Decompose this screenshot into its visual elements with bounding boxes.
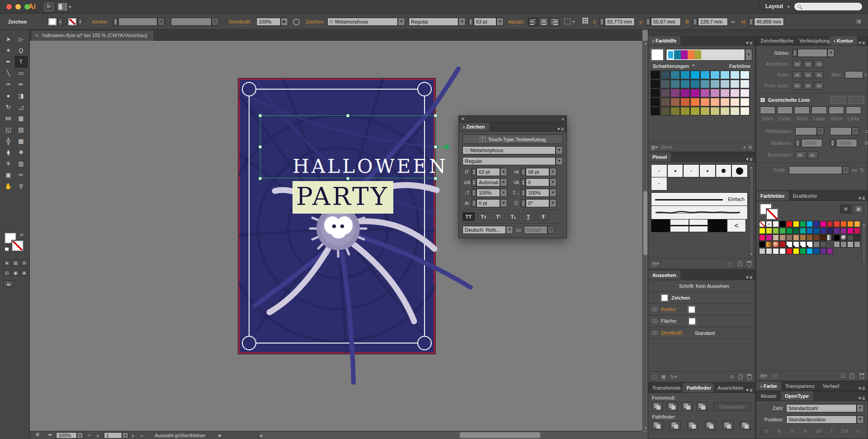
swatch[interactable]: [800, 228, 806, 234]
lasso-tool-icon[interactable]: Ϙ: [15, 45, 28, 56]
calligraphic-brush[interactable]: [683, 164, 699, 177]
swatch[interactable]: [766, 234, 772, 241]
scale1-stepper[interactable]: ▲▼: [795, 139, 800, 147]
color-variation-swatch[interactable]: [680, 89, 690, 97]
swatch[interactable]: [759, 228, 765, 234]
swatch[interactable]: [779, 241, 786, 248]
save-to-swatches-icon[interactable]: ⊞: [748, 144, 752, 150]
magic-wand-tool-icon[interactable]: ✶: [2, 45, 15, 56]
color-variation-swatch[interactable]: [670, 71, 680, 79]
color-variation-swatch[interactable]: [670, 80, 680, 88]
color-variation-swatch[interactable]: [710, 107, 720, 115]
swatch[interactable]: [800, 241, 806, 248]
swatch[interactable]: [840, 221, 847, 227]
default-fill-stroke-icon[interactable]: [5, 247, 9, 251]
leading-control[interactable]: ᴬA▲▼68 pt▼: [512, 168, 557, 176]
stroke-weight-field[interactable]: [118, 18, 157, 26]
color-variation-swatch[interactable]: [710, 71, 720, 79]
align-right-button[interactable]: [550, 18, 560, 26]
swatch[interactable]: [827, 228, 833, 234]
kerning-dd[interactable]: ▼: [500, 178, 507, 186]
pattern-brush[interactable]: [689, 220, 708, 232]
opentype-feature-button[interactable]: ad: [813, 427, 824, 435]
new-fill-icon[interactable]: ▣: [661, 374, 665, 380]
blend-tool-icon[interactable]: ❖: [15, 147, 28, 158]
text-outport-handle[interactable]: [444, 144, 449, 149]
weight-stepper[interactable]: ▲▼: [793, 49, 797, 57]
scale2-stepper[interactable]: ▲▼: [830, 139, 835, 147]
farbtoene-label[interactable]: Farbtöne: [729, 63, 750, 69]
tab-pathfinder[interactable]: Pathfinder: [683, 383, 713, 392]
eraser-tool-icon[interactable]: ◨: [15, 90, 28, 101]
draw-normal-button[interactable]: ▢: [4, 270, 10, 276]
profil-dd[interactable]: ▼: [842, 166, 849, 174]
color-variation-swatch[interactable]: [720, 89, 730, 97]
swatch[interactable]: [786, 234, 793, 241]
line-segment-tool-icon[interactable]: ╲: [2, 67, 15, 79]
selection-tool-icon[interactable]: ➤: [2, 33, 15, 45]
gradient-button[interactable]: ▨: [12, 260, 19, 266]
calligraphic-brush[interactable]: [667, 164, 684, 177]
base-color-swatch[interactable]: [651, 49, 664, 61]
free-transform-tool-icon[interactable]: ▦: [15, 113, 28, 124]
stroke-weight-stepper[interactable]: ▲▼: [113, 18, 118, 26]
swatch[interactable]: [759, 248, 765, 254]
fill-dropdown[interactable]: ▼: [58, 18, 63, 26]
font-family-field[interactable]: Metamorphous: [327, 18, 398, 26]
strikethrough-button[interactable]: T: [537, 212, 549, 221]
stroke-proxy[interactable]: [766, 209, 778, 220]
font-size-dd[interactable]: ▼: [496, 18, 504, 26]
color-variation-swatch[interactable]: [651, 80, 660, 88]
dash-field[interactable]: [829, 106, 844, 114]
preferences-icon[interactable]: ⚙: [35, 432, 40, 438]
merge-button[interactable]: [687, 421, 698, 430]
opentype-feature-button[interactable]: st: [787, 427, 798, 435]
tab-zeichen[interactable]: ◊Zeichen: [459, 122, 489, 131]
swatch[interactable]: [854, 221, 860, 227]
leading-field[interactable]: 68 pt: [526, 168, 549, 176]
tab-pinsel[interactable]: Pinsel: [648, 153, 671, 162]
y-stepper[interactable]: ▲▼: [646, 18, 651, 26]
scroll-up-icon[interactable]: ▲: [750, 166, 753, 169]
tracking-stepper[interactable]: ▲▼: [521, 178, 526, 186]
zoom-level-dd[interactable]: ▼: [77, 432, 83, 439]
column-graph-tool-icon[interactable]: ▥: [15, 158, 28, 169]
dash-field[interactable]: [760, 106, 775, 114]
swatch[interactable]: [820, 234, 826, 241]
tracking-dd[interactable]: ▼: [549, 178, 557, 186]
new-brush-icon[interactable]: [738, 261, 742, 266]
swatch[interactable]: [840, 241, 847, 248]
height-field[interactable]: 49,859 mm: [754, 18, 784, 26]
dashed-line-checkbox[interactable]: −: [760, 97, 765, 103]
tab-verknuepfung[interactable]: Verknüpfung: [795, 36, 830, 45]
character-label[interactable]: Zeichen:: [306, 18, 325, 26]
swatch[interactable]: [793, 248, 799, 254]
width-field[interactable]: 139,7 mm: [698, 18, 728, 26]
status-menu-icon[interactable]: ▶: [219, 434, 222, 438]
appearance-row[interactable]: Deckkraft:Standard: [648, 327, 755, 339]
horizontal-scrollbar[interactable]: ◀ ▶: [258, 431, 672, 439]
paragraph-label[interactable]: Absatz:: [508, 18, 525, 26]
swatch[interactable]: [773, 248, 779, 254]
tab-opentype[interactable]: OpenType: [781, 391, 813, 401]
color-variation-swatch[interactable]: [660, 107, 670, 115]
font-size-dd[interactable]: ▼: [500, 168, 507, 176]
swatch[interactable]: [773, 241, 779, 248]
harmony-color[interactable]: [674, 50, 681, 59]
profil-field[interactable]: [789, 166, 842, 174]
edit-colors-icon[interactable]: ◕: [743, 144, 746, 150]
vertical-scale-control[interactable]: ↕T▲▼100%▼: [462, 189, 507, 197]
stroke-swatch[interactable]: [68, 18, 77, 26]
horizontal-scale-dd[interactable]: ▼: [549, 189, 557, 197]
draw-inside-button[interactable]: ◙: [21, 270, 28, 276]
calligraphic-brush[interactable]: [651, 177, 667, 191]
reference-point-grid[interactable]: [582, 18, 588, 24]
brush-options-icon[interactable]: ▤: [728, 261, 732, 267]
stroke-proxy[interactable]: [12, 240, 24, 251]
small-caps-button[interactable]: Tᴛ: [477, 212, 490, 221]
panel-menu-icon[interactable]: ▼≣: [858, 385, 868, 391]
char-rotation-control[interactable]: Ⓣ▲▼0°▼: [512, 199, 557, 207]
dash-field[interactable]: [794, 106, 810, 114]
bridge-button[interactable]: Br: [44, 3, 53, 11]
antialias-field[interactable]: Scharf: [524, 226, 547, 234]
